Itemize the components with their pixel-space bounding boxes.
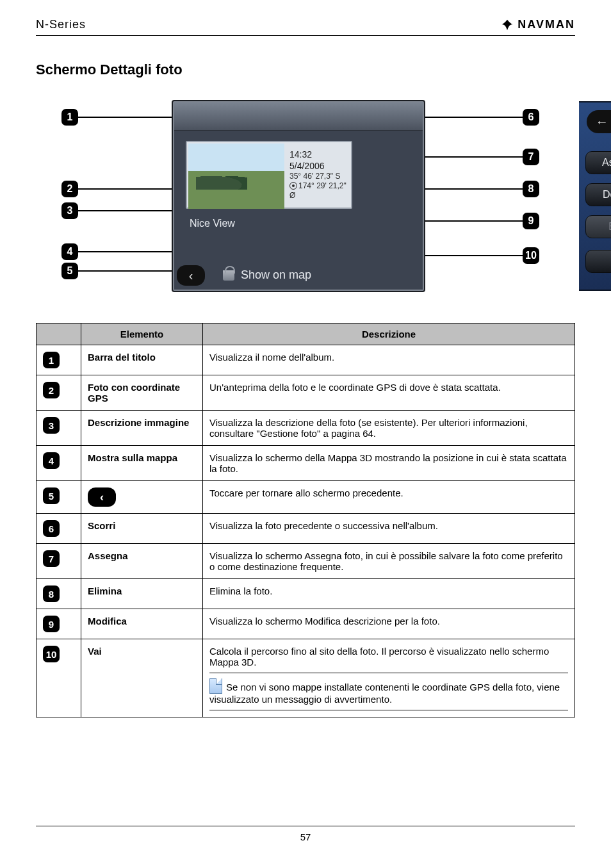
table-row: 7AssegnaVisualizza lo schermo Assegna fo… bbox=[37, 544, 575, 579]
page-header: N-Series NAVMAN bbox=[36, 18, 575, 36]
screenshot-titlebar bbox=[174, 102, 423, 131]
row-description: Visualizza la foto precedente o successi… bbox=[203, 514, 575, 544]
device-screenshot: 14:32 5/4/2006 35° 46' 27,3" S 174° 29' … bbox=[173, 101, 424, 291]
row-number: 4 bbox=[37, 446, 81, 481]
row-element: Descrizione immagine bbox=[81, 411, 203, 446]
callout-4: 4 bbox=[61, 243, 78, 260]
row-description: Un'anteprima della foto e le coordinate … bbox=[203, 375, 575, 411]
screenshot-side-panel: ← → Assign Delete Edit Go bbox=[579, 101, 611, 291]
col-blank bbox=[37, 323, 81, 345]
assign-button[interactable]: Assign bbox=[585, 151, 611, 174]
table-row: 4Mostra sulla mappaVisualizza lo schermo… bbox=[37, 446, 575, 481]
col-element: Elemento bbox=[81, 323, 203, 345]
row-number: 2 bbox=[37, 375, 81, 411]
series-label: N-Series bbox=[36, 18, 86, 31]
note-icon bbox=[209, 678, 222, 694]
row-number: 7 bbox=[37, 544, 81, 579]
row-element: ‹ bbox=[81, 481, 203, 514]
go-button[interactable]: Go bbox=[585, 250, 611, 273]
table-row: 2Foto con coordinate GPSUn'anteprima del… bbox=[37, 375, 575, 411]
photo-metadata: 14:32 5/4/2006 35° 46' 27,3" S 174° 29' … bbox=[286, 142, 351, 208]
photo-card[interactable]: 14:32 5/4/2006 35° 46' 27,3" S 174° 29' … bbox=[186, 141, 352, 209]
row-description: Visualizza lo schermo Assegna foto, in c… bbox=[203, 544, 575, 579]
photo-thumbnail bbox=[188, 143, 284, 209]
row-element: Vai bbox=[81, 639, 203, 717]
photo-date: 5/4/2006 bbox=[289, 161, 347, 172]
row-element: Assegna bbox=[81, 544, 203, 579]
callout-7: 7 bbox=[523, 149, 539, 165]
callout-8: 8 bbox=[523, 181, 539, 197]
row-description: Calcola il percorso fino al sito della f… bbox=[203, 639, 575, 717]
annotated-screenshot: 1 2 3 4 5 6 7 8 9 10 14:32 5/4/2006 35° … bbox=[36, 95, 575, 313]
row-element: Scorri bbox=[81, 514, 203, 544]
gps-fix-icon bbox=[289, 182, 297, 190]
row-description: Toccare per tornare allo schermo precede… bbox=[203, 481, 575, 514]
row-element: Foto con coordinate GPS bbox=[81, 375, 203, 411]
photo-description: Nice View bbox=[190, 218, 235, 229]
row-number: 10 bbox=[37, 639, 81, 717]
callout-2: 2 bbox=[61, 181, 78, 197]
row-element: Mostra sulla mappa bbox=[81, 446, 203, 481]
page-number: 57 bbox=[300, 831, 311, 842]
row-description: Visualizza il nome dell'album. bbox=[203, 345, 575, 375]
callout-1: 1 bbox=[61, 109, 78, 126]
show-on-map-button[interactable]: Show on map bbox=[223, 268, 311, 282]
chevron-left-icon: ‹ bbox=[88, 487, 116, 507]
table-row: 9ModificaVisualizza lo schermo Modifica … bbox=[37, 609, 575, 639]
table-row: 8EliminaElimina la foto. bbox=[37, 579, 575, 609]
row-element: Modifica bbox=[81, 609, 203, 639]
callout-9: 9 bbox=[523, 213, 539, 229]
brand: NAVMAN bbox=[501, 18, 575, 31]
photo-time: 14:32 bbox=[289, 149, 347, 161]
col-desc: Descrizione bbox=[203, 323, 575, 345]
row-description: Elimina la foto. bbox=[203, 579, 575, 609]
photo-lon: 174° 29' 21,2" Ø bbox=[289, 181, 347, 201]
row-number: 1 bbox=[37, 345, 81, 375]
show-on-map-label: Show on map bbox=[241, 268, 311, 282]
table-row: 1Barra del titoloVisualizza il nome dell… bbox=[37, 345, 575, 375]
row-number: 6 bbox=[37, 514, 81, 544]
page-footer: 57 bbox=[36, 826, 575, 842]
row-description: Visualizza lo schermo della Mappa 3D mos… bbox=[203, 446, 575, 481]
row-number: 5 bbox=[37, 481, 81, 514]
row-number: 3 bbox=[37, 411, 81, 446]
row-description: Visualizza la descrizione della foto (se… bbox=[203, 411, 575, 446]
table-row: 6ScorriVisualizza la foto precedente o s… bbox=[37, 514, 575, 544]
map-pin-icon bbox=[223, 270, 234, 281]
table-row: 3Descrizione immagineVisualizza la descr… bbox=[37, 411, 575, 446]
callout-6: 6 bbox=[523, 109, 539, 126]
navman-logo-icon bbox=[501, 19, 514, 31]
table-row: 10VaiCalcola il percorso fino al sito de… bbox=[37, 639, 575, 717]
chevron-left-icon: ‹ bbox=[189, 268, 193, 283]
row-element: Elimina bbox=[81, 579, 203, 609]
delete-button[interactable]: Delete bbox=[585, 183, 611, 206]
edit-button: Edit bbox=[585, 215, 611, 238]
row-element: Barra del titolo bbox=[81, 345, 203, 375]
scroll-arrows[interactable]: ← → bbox=[587, 110, 611, 133]
elements-table: Elemento Descrizione 1Barra del titoloVi… bbox=[36, 323, 575, 717]
back-button[interactable]: ‹ bbox=[177, 265, 205, 286]
section-title: Schermo Dettagli foto bbox=[36, 61, 575, 78]
photo-lat: 35° 46' 27,3" S bbox=[289, 172, 347, 181]
callout-3: 3 bbox=[61, 202, 78, 219]
table-row: 5‹Toccare per tornare allo schermo prece… bbox=[37, 481, 575, 514]
brand-text: NAVMAN bbox=[517, 18, 575, 31]
callout-5: 5 bbox=[61, 263, 78, 279]
row-number: 8 bbox=[37, 579, 81, 609]
callout-10: 10 bbox=[523, 247, 539, 264]
row-description: Visualizza lo schermo Modifica descrizio… bbox=[203, 609, 575, 639]
row-number: 9 bbox=[37, 609, 81, 639]
arrow-left-icon[interactable]: ← bbox=[587, 110, 611, 133]
